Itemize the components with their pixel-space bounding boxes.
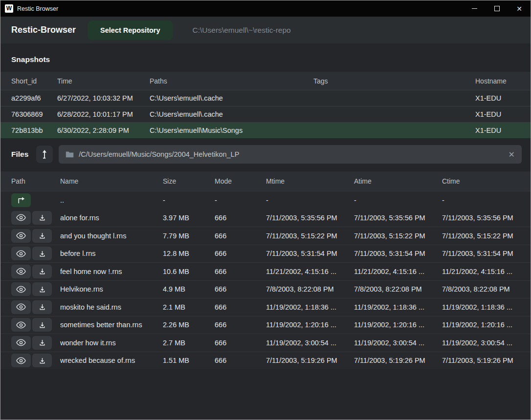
close-button[interactable]: ✕ <box>508 0 531 17</box>
download-file-button[interactable] <box>32 354 52 367</box>
titlebar: W Restic Browser ✕ <box>0 0 531 17</box>
file-mode: 666 <box>215 303 266 311</box>
file-atime: 11/19/2002, 1:20:16 ... <box>354 321 442 329</box>
file-ctime: 11/19/2002, 3:00:54 ... <box>442 339 520 347</box>
file-ctime: - <box>442 196 520 204</box>
file-mtime: 7/11/2003, 5:15:22 PM <box>266 232 354 240</box>
up-right-arrow-icon <box>17 196 26 204</box>
file-mode: 666 <box>215 250 266 257</box>
file-name: and you thought l.rns <box>60 232 163 240</box>
file-name: before l.rns <box>60 250 163 257</box>
preview-file-button[interactable] <box>11 229 31 243</box>
eye-icon <box>16 357 26 364</box>
files-col-mode: Mode <box>215 177 266 185</box>
file-mtime: 7/11/2003, 5:19:26 PM <box>266 357 354 364</box>
download-file-button[interactable] <box>32 318 52 332</box>
preview-file-button[interactable] <box>11 211 31 225</box>
file-row: wrecked because of.rns 1.51 MB 666 7/11/… <box>0 352 531 370</box>
files-col-path: Path <box>11 177 60 185</box>
download-icon <box>39 321 46 329</box>
maximize-button[interactable] <box>486 0 508 17</box>
file-atime: 11/19/2002, 1:18:36 ... <box>354 303 442 311</box>
eye-icon <box>16 321 26 329</box>
download-icon <box>39 286 46 293</box>
preview-file-button[interactable] <box>11 247 31 260</box>
file-size: 10.6 MB <box>163 268 215 275</box>
maximize-icon <box>494 6 500 11</box>
snapshot-hostname: X1-EDU <box>475 110 520 118</box>
file-atime: 7/11/2003, 5:35:56 PM <box>354 214 442 222</box>
preview-file-button[interactable] <box>11 282 31 296</box>
clear-icon: ✕ <box>509 150 515 159</box>
download-file-button[interactable] <box>32 282 52 296</box>
files-path-input[interactable]: /C/Users/emuell/Music/Songs/2004_Helveti… <box>59 145 522 164</box>
file-row: Helvikone.rns 4.9 MB 666 7/8/2003, 8:22:… <box>0 280 531 298</box>
files-col-atime: Atime <box>354 177 442 185</box>
snapshot-short-id: a2299af6 <box>11 94 57 102</box>
file-mode: 666 <box>215 232 266 240</box>
file-size: 2.26 MB <box>163 321 215 329</box>
file-atime: 7/11/2003, 5:15:22 PM <box>354 232 442 240</box>
go-to-root-button[interactable] <box>36 146 53 163</box>
file-size: - <box>163 196 215 204</box>
snapshot-time: 6/28/2022, 10:01:17 PM <box>57 110 150 118</box>
files-col-mtime: Mtime <box>266 177 354 185</box>
download-file-button[interactable] <box>32 247 52 260</box>
download-icon <box>39 303 46 311</box>
preview-file-button[interactable] <box>11 318 31 332</box>
download-file-button[interactable] <box>32 211 52 225</box>
select-repository-button[interactable]: Select Repository <box>88 21 173 40</box>
file-name: Helvikone.rns <box>60 285 163 293</box>
file-name: feel home now !.rns <box>60 268 163 275</box>
snapshots-col-short-id: Short_id <box>11 77 57 85</box>
file-mode: 666 <box>215 268 266 275</box>
snapshot-row-selected[interactable]: 72b813bb 6/30/2022, 2:28:09 PM C:\Users\… <box>0 122 531 138</box>
download-file-button[interactable] <box>32 265 52 278</box>
files-table-header: Path Name Size Mode Mtime Atime Ctime <box>0 171 531 191</box>
preview-file-button[interactable] <box>11 300 31 314</box>
snapshot-paths: C:\Users\emuell\Music\Songs <box>150 126 313 134</box>
file-name: moskito he said.rns <box>60 303 163 311</box>
file-ctime: 7/8/2003, 8:22:08 PM <box>442 285 520 293</box>
snapshots-col-paths: Paths <box>150 77 313 85</box>
file-row: feel home now !.rns 10.6 MB 666 11/21/20… <box>0 262 531 280</box>
download-icon <box>39 250 46 257</box>
snapshot-short-id: 72b813bb <box>11 126 57 134</box>
eye-icon <box>16 214 26 221</box>
repository-path-field[interactable]: C:\Users\emuell\~\restic-repo <box>193 26 520 35</box>
snapshot-row[interactable]: 76306869 6/28/2022, 10:01:17 PM C:\Users… <box>0 106 531 122</box>
minimize-button[interactable] <box>463 0 486 17</box>
eye-icon <box>16 250 26 257</box>
file-ctime: 7/11/2003, 5:15:22 PM <box>442 232 520 240</box>
snapshots-col-hostname: Hostname <box>475 77 520 85</box>
app-window: W Restic Browser ✕ Restic-Browser Select… <box>0 0 531 420</box>
download-file-button[interactable] <box>32 229 52 243</box>
clear-path-button[interactable]: ✕ <box>509 150 515 159</box>
app-name: Restic-Browser <box>11 25 76 35</box>
download-file-button[interactable] <box>32 300 52 314</box>
snapshot-row[interactable]: a2299af6 6/27/2022, 10:03:32 PM C:\Users… <box>0 90 531 106</box>
snapshot-short-id: 76306869 <box>11 110 57 118</box>
go-up-directory-button[interactable] <box>11 193 31 207</box>
download-file-button[interactable] <box>32 336 52 350</box>
preview-file-button[interactable] <box>11 265 31 278</box>
download-icon <box>39 232 46 239</box>
file-atime: 11/19/2002, 3:00:54 ... <box>354 339 442 347</box>
eye-icon <box>16 339 26 346</box>
window-title: Restic Browser <box>17 5 58 12</box>
file-ctime: 7/11/2003, 5:35:56 PM <box>442 214 520 222</box>
preview-file-button[interactable] <box>11 354 31 367</box>
snapshots-col-tags: Tags <box>313 77 475 85</box>
file-mode: 666 <box>215 321 266 329</box>
file-name: sometimes better than.rns <box>60 321 163 329</box>
file-mtime: - <box>266 196 354 204</box>
file-name: alone for.rns <box>60 214 163 222</box>
file-atime: 7/11/2003, 5:19:26 PM <box>354 357 442 364</box>
file-row: wonder how it.rns 2.7 MB 666 11/19/2002,… <box>0 334 531 352</box>
snapshots-section-title: Snapshots <box>0 43 531 72</box>
file-row: alone for.rns 3.97 MB 666 7/11/2003, 5:3… <box>0 209 531 227</box>
files-current-path: /C/Users/emuell/Music/Songs/2004_Helveti… <box>79 150 508 158</box>
folder-icon <box>66 151 74 158</box>
preview-file-button[interactable] <box>11 336 31 350</box>
file-name: wrecked because of.rns <box>60 357 163 364</box>
